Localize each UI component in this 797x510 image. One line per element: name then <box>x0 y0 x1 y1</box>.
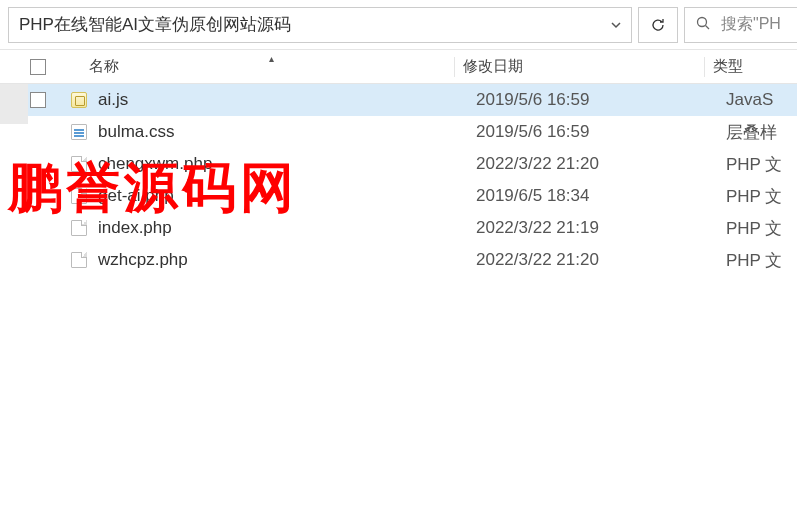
select-all-checkbox[interactable] <box>30 59 46 75</box>
file-name: bulma.css <box>90 122 476 142</box>
file-date: 2022/3/22 21:20 <box>476 250 726 270</box>
file-date: 2019/5/6 16:59 <box>476 122 726 142</box>
file-type: PHP 文 <box>726 153 797 176</box>
refresh-icon <box>650 17 666 33</box>
file-type: PHP 文 <box>726 249 797 272</box>
toolbar: PHP在线智能AI文章伪原创网站源码 搜索"PH <box>0 0 797 50</box>
file-row[interactable]: get-ai.php2019/6/5 18:34PHP 文 <box>0 180 797 212</box>
svg-point-0 <box>698 17 707 26</box>
search-icon <box>695 15 711 35</box>
file-list: ai.js2019/5/6 16:59JavaSbulma.css2019/5/… <box>0 84 797 276</box>
address-bar[interactable]: PHP在线智能AI文章伪原创网站源码 <box>8 7 632 43</box>
file-row[interactable]: index.php2022/3/22 21:19PHP 文 <box>0 212 797 244</box>
search-box[interactable]: 搜索"PH <box>684 7 797 43</box>
file-name: index.php <box>90 218 476 238</box>
nav-pane-stub <box>0 84 28 124</box>
file-checkbox[interactable] <box>30 92 46 108</box>
column-type-label: 类型 <box>713 57 743 76</box>
toolbar-left-stub <box>0 0 6 49</box>
column-name-label: 名称 <box>89 57 119 74</box>
address-dropdown-button[interactable] <box>601 8 631 42</box>
header-checkbox-cell <box>0 59 54 75</box>
file-row[interactable]: chengxwm.php2022/3/22 21:20PHP 文 <box>0 148 797 180</box>
file-row[interactable]: ai.js2019/5/6 16:59JavaS <box>0 84 797 116</box>
column-header-name[interactable]: 名称 ▴ <box>54 57 454 76</box>
file-type: 层叠样 <box>726 121 797 144</box>
file-type: JavaS <box>726 90 797 110</box>
chevron-down-icon <box>610 19 622 31</box>
column-date-label: 修改日期 <box>463 57 523 76</box>
refresh-button[interactable] <box>638 7 678 43</box>
file-name: ai.js <box>90 90 476 110</box>
js-file-icon <box>68 90 90 110</box>
file-date: 2022/3/22 21:19 <box>476 218 726 238</box>
column-header-type[interactable]: 类型 <box>704 57 797 77</box>
file-row[interactable]: bulma.css2019/5/6 16:59层叠样 <box>0 116 797 148</box>
generic-file-icon <box>68 154 90 174</box>
column-header-date[interactable]: 修改日期 <box>454 57 704 77</box>
file-row[interactable]: wzhcpz.php2022/3/22 21:20PHP 文 <box>0 244 797 276</box>
file-name: wzhcpz.php <box>90 250 476 270</box>
address-path: PHP在线智能AI文章伪原创网站源码 <box>9 13 601 36</box>
generic-file-icon <box>68 186 90 206</box>
file-date: 2022/3/22 21:20 <box>476 154 726 174</box>
svg-line-1 <box>706 25 710 29</box>
css-file-icon <box>68 122 90 142</box>
file-name: chengxwm.php <box>90 154 476 174</box>
search-placeholder: 搜索"PH <box>721 14 781 35</box>
file-type: PHP 文 <box>726 217 797 240</box>
file-date: 2019/6/5 18:34 <box>476 186 726 206</box>
file-name: get-ai.php <box>90 186 476 206</box>
file-type: PHP 文 <box>726 185 797 208</box>
sort-indicator-icon: ▴ <box>269 53 274 64</box>
column-header-row: 名称 ▴ 修改日期 类型 <box>0 50 797 84</box>
generic-file-icon <box>68 218 90 238</box>
file-date: 2019/5/6 16:59 <box>476 90 726 110</box>
generic-file-icon <box>68 250 90 270</box>
